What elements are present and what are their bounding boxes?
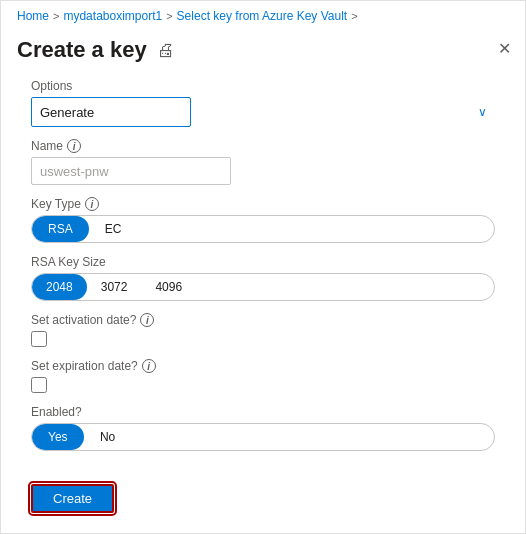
options-select[interactable]: Generate Import Restore Backup — [31, 97, 191, 127]
rsa-size-2048-button[interactable]: 2048 — [32, 274, 87, 300]
expiration-checkbox[interactable] — [31, 377, 47, 393]
activation-checkbox-wrapper — [31, 331, 495, 347]
options-select-wrapper: Generate Import Restore Backup — [31, 97, 495, 127]
breadcrumb-home[interactable]: Home — [17, 9, 49, 23]
name-label: Name i — [31, 139, 495, 153]
enabled-toggle-group: Yes No — [31, 423, 495, 451]
breadcrumb-databox[interactable]: mydataboximport1 — [63, 9, 162, 23]
breadcrumb-sep3: > — [351, 10, 357, 22]
key-type-label: Key Type i — [31, 197, 495, 211]
key-type-field: Key Type i RSA EC — [31, 197, 495, 243]
breadcrumb: Home > mydataboximport1 > Select key fro… — [1, 1, 525, 27]
name-field: Name i — [31, 139, 495, 185]
activation-label: Set activation date? i — [31, 313, 495, 327]
key-type-toggle-group: RSA EC — [31, 215, 495, 243]
create-key-panel: Home > mydataboximport1 > Select key fro… — [0, 0, 526, 534]
options-field: Options Generate Import Restore Backup — [31, 79, 495, 127]
breadcrumb-select-key[interactable]: Select key from Azure Key Vault — [177, 9, 348, 23]
activation-info-icon[interactable]: i — [140, 313, 154, 327]
expiration-label: Set expiration date? i — [31, 359, 495, 373]
breadcrumb-sep1: > — [53, 10, 59, 22]
enabled-field: Enabled? Yes No — [31, 405, 495, 451]
rsa-key-size-field: RSA Key Size 2048 3072 4096 — [31, 255, 495, 301]
expiration-info-icon[interactable]: i — [142, 359, 156, 373]
rsa-key-size-label: RSA Key Size — [31, 255, 495, 269]
key-type-rsa-button[interactable]: RSA — [32, 216, 89, 242]
enabled-no-button[interactable]: No — [84, 424, 132, 450]
name-info-icon[interactable]: i — [67, 139, 81, 153]
key-type-ec-button[interactable]: EC — [89, 216, 138, 242]
page-title: Create a key — [17, 37, 147, 63]
create-button[interactable]: Create — [31, 484, 114, 513]
activation-checkbox[interactable] — [31, 331, 47, 347]
panel-footer: Create — [1, 472, 525, 533]
form-body: Options Generate Import Restore Backup N… — [1, 69, 525, 472]
close-button[interactable]: ✕ — [498, 41, 511, 57]
print-icon[interactable]: 🖨 — [157, 40, 175, 61]
enabled-label: Enabled? — [31, 405, 495, 419]
expiration-field: Set expiration date? i — [31, 359, 495, 393]
enabled-yes-button[interactable]: Yes — [32, 424, 84, 450]
activation-field: Set activation date? i — [31, 313, 495, 347]
expiration-checkbox-wrapper — [31, 377, 495, 393]
key-type-info-icon[interactable]: i — [85, 197, 99, 211]
options-label: Options — [31, 79, 495, 93]
rsa-key-size-group: 2048 3072 4096 — [31, 273, 495, 301]
panel-header: Create a key 🖨 ✕ — [1, 27, 525, 69]
name-input[interactable] — [31, 157, 231, 185]
rsa-size-3072-button[interactable]: 3072 — [87, 274, 142, 300]
rsa-size-4096-button[interactable]: 4096 — [141, 274, 196, 300]
breadcrumb-sep2: > — [166, 10, 172, 22]
